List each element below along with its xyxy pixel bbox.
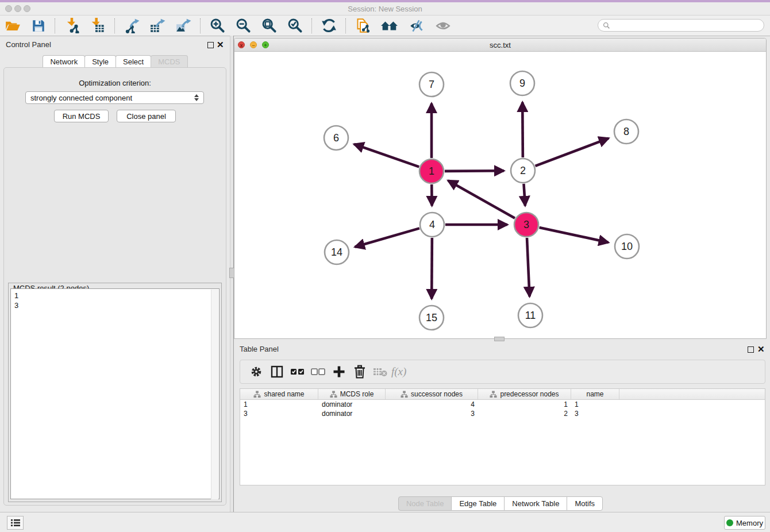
table-panel-float-icon[interactable] bbox=[748, 346, 754, 353]
table-panel-close-icon[interactable]: ✕ bbox=[757, 346, 765, 352]
zoom-out-button[interactable] bbox=[230, 17, 256, 34]
tab-network-table[interactable]: Network Table bbox=[504, 496, 567, 511]
mcds-result-scrollbar[interactable] bbox=[211, 290, 218, 499]
clone-network-button[interactable] bbox=[350, 17, 376, 34]
mcds-result-list[interactable]: 1 3 bbox=[10, 288, 220, 499]
edge-3-10[interactable] bbox=[539, 228, 608, 242]
control-panel-tabs: NetworkStyleSelectMCDS bbox=[0, 55, 230, 68]
eye-gray-icon bbox=[435, 18, 451, 33]
tab-style[interactable]: Style bbox=[84, 55, 116, 68]
zoom-selected-button[interactable] bbox=[282, 17, 308, 34]
column-type-icon bbox=[330, 391, 337, 398]
export-table-button[interactable] bbox=[145, 17, 171, 34]
export-network-icon bbox=[124, 18, 140, 33]
toolbar-divider bbox=[345, 18, 346, 33]
export-image-button[interactable] bbox=[171, 17, 197, 34]
edge-4-14[interactable] bbox=[355, 228, 419, 246]
search-box[interactable] bbox=[598, 19, 764, 32]
graph-node-label-14: 14 bbox=[331, 246, 342, 258]
apply-layout-button[interactable] bbox=[316, 17, 342, 34]
export-table-icon bbox=[150, 18, 165, 33]
table-options-button[interactable] bbox=[246, 362, 267, 381]
save-icon bbox=[31, 18, 46, 33]
create-column-button[interactable] bbox=[329, 362, 349, 381]
first-neighbors-button[interactable] bbox=[376, 17, 403, 34]
network-bottom-grip[interactable] bbox=[494, 337, 505, 341]
table-cell[interactable]: 1 bbox=[478, 400, 571, 408]
network-graph-canvas[interactable]: 7968124314101511 bbox=[234, 51, 766, 338]
edge-4-15[interactable] bbox=[432, 238, 432, 299]
graph-node-label-15: 15 bbox=[426, 312, 437, 323]
folder-open-icon bbox=[5, 18, 21, 33]
optimization-criterion-label: Optimization criterion: bbox=[0, 79, 230, 87]
table-cell[interactable]: dominator bbox=[318, 410, 386, 418]
column-header-name[interactable]: name bbox=[571, 389, 619, 399]
graph-node-label-4: 4 bbox=[429, 219, 435, 230]
zoom-selected-icon bbox=[287, 18, 303, 33]
edge-2-3[interactable] bbox=[523, 184, 525, 206]
node-table: shared nameMCDS rolesuccessor nodesprede… bbox=[240, 388, 765, 485]
zoom-fit-button[interactable] bbox=[256, 17, 282, 34]
edge-3-11[interactable] bbox=[527, 238, 530, 296]
optimization-criterion-select[interactable]: strongly connected component bbox=[25, 91, 204, 104]
list-icon bbox=[11, 519, 20, 527]
table-row-2[interactable]: 3dominator323 bbox=[240, 409, 765, 418]
export-network-button[interactable] bbox=[119, 17, 145, 34]
select-all-columns-button[interactable] bbox=[287, 362, 308, 381]
control-panel-close-icon[interactable]: ✕ bbox=[217, 42, 224, 48]
eye-slash-icon bbox=[409, 18, 425, 33]
column-header-MCDS-role[interactable]: MCDS role bbox=[318, 389, 386, 399]
close-panel-button[interactable]: Close panel bbox=[117, 110, 176, 122]
graph-node-label-6: 6 bbox=[333, 132, 339, 144]
hide-selected-button[interactable] bbox=[403, 17, 430, 34]
tab-mcds[interactable]: MCDS bbox=[151, 55, 187, 68]
edge-1-6[interactable] bbox=[354, 144, 419, 167]
tab-motifs[interactable]: Motifs bbox=[567, 496, 603, 511]
column-header-predecessor-nodes[interactable]: predecessor nodes bbox=[478, 389, 571, 399]
memory-status-icon bbox=[726, 519, 733, 526]
task-history-button[interactable] bbox=[7, 516, 24, 530]
edge-2-8[interactable] bbox=[536, 138, 609, 166]
table-panel-title: Table Panel bbox=[240, 345, 279, 353]
run-mcds-button[interactable]: Run MCDS bbox=[54, 110, 109, 122]
tab-select[interactable]: Select bbox=[116, 55, 151, 68]
column-header-successor-nodes[interactable]: successor nodes bbox=[386, 389, 478, 399]
import-network-button[interactable] bbox=[59, 17, 85, 34]
trash-icon bbox=[353, 365, 366, 379]
table-cell[interactable]: 3 bbox=[240, 410, 318, 418]
save-session-button[interactable] bbox=[26, 17, 51, 34]
show-column-button[interactable] bbox=[267, 362, 287, 381]
column-type-icon bbox=[490, 391, 497, 398]
zoom-in-button[interactable] bbox=[205, 17, 230, 34]
delete-columns-button[interactable] bbox=[349, 362, 370, 381]
table-cell[interactable]: 3 bbox=[571, 410, 619, 418]
tab-network[interactable]: Network bbox=[43, 55, 85, 68]
import-network-icon bbox=[64, 18, 80, 33]
control-panel-float-icon[interactable] bbox=[207, 42, 214, 48]
refresh-icon bbox=[321, 18, 337, 33]
search-icon bbox=[603, 22, 610, 29]
table-x-icon bbox=[373, 366, 388, 377]
table-cell[interactable]: 1 bbox=[240, 400, 318, 408]
open-file-button[interactable] bbox=[0, 17, 26, 34]
tab-edge-table[interactable]: Edge Table bbox=[451, 496, 505, 511]
table-cell[interactable]: 3 bbox=[386, 410, 478, 418]
search-input[interactable] bbox=[613, 21, 759, 30]
table-row-1[interactable]: 1dominator411 bbox=[240, 400, 765, 409]
import-table-button[interactable] bbox=[85, 17, 111, 34]
table-cell[interactable]: 4 bbox=[386, 400, 478, 408]
table-cell[interactable]: 1 bbox=[571, 400, 619, 408]
edge-3-1[interactable] bbox=[448, 180, 515, 218]
edge-1-2[interactable] bbox=[445, 171, 504, 171]
table-cell[interactable]: dominator bbox=[318, 400, 386, 408]
table-cell[interactable]: 2 bbox=[478, 410, 571, 418]
column-header-shared-name[interactable]: shared name bbox=[240, 389, 318, 399]
memory-label: Memory bbox=[736, 519, 763, 527]
graph-node-label-11: 11 bbox=[525, 310, 536, 321]
column-type-icon bbox=[253, 391, 261, 398]
tab-node-table[interactable]: Node Table bbox=[398, 496, 452, 511]
edge-2-9[interactable] bbox=[522, 102, 523, 157]
show-all-button[interactable] bbox=[430, 17, 456, 34]
memory-button[interactable]: Memory bbox=[724, 516, 765, 530]
unselect-all-columns-button[interactable] bbox=[308, 362, 329, 381]
